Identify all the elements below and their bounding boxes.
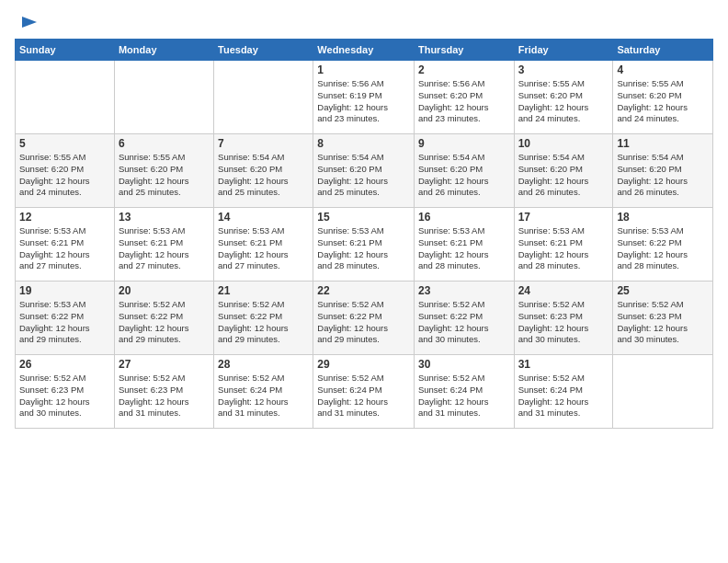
calendar-cell: 28Sunrise: 5:52 AM Sunset: 6:24 PM Dayli… — [214, 355, 313, 429]
calendar-cell: 24Sunrise: 5:52 AM Sunset: 6:23 PM Dayli… — [514, 282, 613, 355]
svg-marker-0 — [22, 17, 37, 28]
calendar-cell: 25Sunrise: 5:52 AM Sunset: 6:23 PM Dayli… — [613, 282, 713, 355]
day-info: Sunrise: 5:52 AM Sunset: 6:22 PM Dayligh… — [119, 299, 210, 346]
calendar-cell — [114, 61, 213, 134]
day-info: Sunrise: 5:54 AM Sunset: 6:20 PM Dayligh… — [418, 152, 510, 199]
day-number: 20 — [119, 284, 210, 297]
day-number: 7 — [218, 137, 309, 150]
calendar-cell: 10Sunrise: 5:54 AM Sunset: 6:20 PM Dayli… — [514, 134, 613, 208]
day-number: 30 — [418, 358, 510, 371]
weekday-header-friday: Friday — [514, 40, 613, 61]
calendar-cell: 5Sunrise: 5:55 AM Sunset: 6:20 PM Daylig… — [16, 134, 115, 208]
day-info: Sunrise: 5:55 AM Sunset: 6:20 PM Dayligh… — [119, 152, 210, 199]
day-info: Sunrise: 5:52 AM Sunset: 6:24 PM Dayligh… — [218, 373, 309, 419]
day-info: Sunrise: 5:52 AM Sunset: 6:24 PM Dayligh… — [518, 373, 609, 419]
calendar-cell: 9Sunrise: 5:54 AM Sunset: 6:20 PM Daylig… — [414, 134, 514, 208]
calendar-cell: 16Sunrise: 5:53 AM Sunset: 6:21 PM Dayli… — [414, 208, 514, 282]
calendar-week-row: 12Sunrise: 5:53 AM Sunset: 6:21 PM Dayli… — [16, 208, 713, 282]
calendar-cell: 22Sunrise: 5:52 AM Sunset: 6:22 PM Dayli… — [313, 282, 415, 355]
calendar-cell: 20Sunrise: 5:52 AM Sunset: 6:22 PM Dayli… — [114, 282, 213, 355]
calendar-cell: 15Sunrise: 5:53 AM Sunset: 6:21 PM Dayli… — [313, 208, 415, 282]
day-number: 11 — [617, 137, 709, 150]
weekday-header-wednesday: Wednesday — [313, 40, 415, 61]
day-info: Sunrise: 5:52 AM Sunset: 6:23 PM Dayligh… — [19, 373, 110, 419]
day-number: 8 — [317, 137, 410, 150]
day-info: Sunrise: 5:53 AM Sunset: 6:22 PM Dayligh… — [19, 299, 110, 346]
day-number: 23 — [418, 284, 510, 297]
calendar-cell: 17Sunrise: 5:53 AM Sunset: 6:21 PM Dayli… — [514, 208, 613, 282]
calendar-week-row: 5Sunrise: 5:55 AM Sunset: 6:20 PM Daylig… — [16, 134, 713, 208]
day-info: Sunrise: 5:56 AM Sunset: 6:19 PM Dayligh… — [317, 78, 410, 125]
weekday-header-row: SundayMondayTuesdayWednesdayThursdayFrid… — [16, 40, 713, 61]
calendar-cell: 23Sunrise: 5:52 AM Sunset: 6:22 PM Dayli… — [414, 282, 514, 355]
day-number: 26 — [19, 358, 110, 371]
weekday-header-tuesday: Tuesday — [214, 40, 313, 61]
calendar-cell: 30Sunrise: 5:52 AM Sunset: 6:24 PM Dayli… — [414, 355, 514, 429]
calendar-week-row: 26Sunrise: 5:52 AM Sunset: 6:23 PM Dayli… — [16, 355, 713, 429]
calendar-cell: 26Sunrise: 5:52 AM Sunset: 6:23 PM Dayli… — [16, 355, 115, 429]
day-info: Sunrise: 5:53 AM Sunset: 6:22 PM Dayligh… — [617, 225, 709, 272]
day-number: 14 — [218, 211, 309, 224]
calendar-cell: 14Sunrise: 5:53 AM Sunset: 6:21 PM Dayli… — [214, 208, 313, 282]
calendar-cell — [613, 355, 713, 429]
day-number: 10 — [518, 137, 609, 150]
calendar-cell: 18Sunrise: 5:53 AM Sunset: 6:22 PM Dayli… — [613, 208, 713, 282]
day-info: Sunrise: 5:53 AM Sunset: 6:21 PM Dayligh… — [119, 225, 210, 272]
day-info: Sunrise: 5:52 AM Sunset: 6:24 PM Dayligh… — [418, 373, 510, 419]
day-number: 13 — [119, 211, 210, 224]
day-number: 5 — [19, 137, 110, 150]
calendar-week-row: 1Sunrise: 5:56 AM Sunset: 6:19 PM Daylig… — [16, 61, 713, 134]
day-number: 12 — [19, 211, 110, 224]
calendar-cell: 2Sunrise: 5:56 AM Sunset: 6:20 PM Daylig… — [414, 61, 514, 134]
day-number: 28 — [218, 358, 309, 371]
day-info: Sunrise: 5:53 AM Sunset: 6:21 PM Dayligh… — [418, 225, 510, 272]
calendar-table: SundayMondayTuesdayWednesdayThursdayFrid… — [15, 39, 713, 429]
calendar-cell: 11Sunrise: 5:54 AM Sunset: 6:20 PM Dayli… — [613, 134, 713, 208]
calendar-cell: 7Sunrise: 5:54 AM Sunset: 6:20 PM Daylig… — [214, 134, 313, 208]
day-info: Sunrise: 5:52 AM Sunset: 6:23 PM Dayligh… — [617, 299, 709, 346]
calendar-cell: 6Sunrise: 5:55 AM Sunset: 6:20 PM Daylig… — [114, 134, 213, 208]
logo — [15, 15, 39, 29]
day-info: Sunrise: 5:54 AM Sunset: 6:20 PM Dayligh… — [518, 152, 609, 199]
weekday-header-sunday: Sunday — [16, 40, 115, 61]
day-info: Sunrise: 5:53 AM Sunset: 6:21 PM Dayligh… — [518, 225, 609, 272]
logo-flag-icon — [20, 15, 39, 33]
day-info: Sunrise: 5:52 AM Sunset: 6:24 PM Dayligh… — [317, 373, 410, 419]
header — [15, 15, 713, 29]
day-number: 25 — [617, 284, 709, 297]
calendar-cell — [16, 61, 115, 134]
calendar-cell: 21Sunrise: 5:52 AM Sunset: 6:22 PM Dayli… — [214, 282, 313, 355]
day-number: 16 — [418, 211, 510, 224]
day-info: Sunrise: 5:55 AM Sunset: 6:20 PM Dayligh… — [19, 152, 110, 199]
day-info: Sunrise: 5:52 AM Sunset: 6:22 PM Dayligh… — [317, 299, 410, 346]
calendar-cell: 19Sunrise: 5:53 AM Sunset: 6:22 PM Dayli… — [16, 282, 115, 355]
day-number: 29 — [317, 358, 410, 371]
day-info: Sunrise: 5:53 AM Sunset: 6:21 PM Dayligh… — [218, 225, 309, 272]
day-info: Sunrise: 5:52 AM Sunset: 6:23 PM Dayligh… — [119, 373, 210, 419]
calendar-cell: 13Sunrise: 5:53 AM Sunset: 6:21 PM Dayli… — [114, 208, 213, 282]
logo-text — [15, 15, 39, 33]
day-info: Sunrise: 5:54 AM Sunset: 6:20 PM Dayligh… — [317, 152, 410, 199]
day-info: Sunrise: 5:54 AM Sunset: 6:20 PM Dayligh… — [218, 152, 309, 199]
calendar-week-row: 19Sunrise: 5:53 AM Sunset: 6:22 PM Dayli… — [16, 282, 713, 355]
day-info: Sunrise: 5:54 AM Sunset: 6:20 PM Dayligh… — [617, 152, 709, 199]
calendar-cell: 8Sunrise: 5:54 AM Sunset: 6:20 PM Daylig… — [313, 134, 415, 208]
day-info: Sunrise: 5:56 AM Sunset: 6:20 PM Dayligh… — [418, 78, 510, 125]
day-number: 17 — [518, 211, 609, 224]
day-info: Sunrise: 5:53 AM Sunset: 6:21 PM Dayligh… — [19, 225, 110, 272]
day-number: 9 — [418, 137, 510, 150]
day-number: 21 — [218, 284, 309, 297]
day-number: 27 — [119, 358, 210, 371]
day-number: 3 — [518, 63, 609, 76]
calendar-cell — [214, 61, 313, 134]
day-number: 18 — [617, 211, 709, 224]
calendar-cell: 1Sunrise: 5:56 AM Sunset: 6:19 PM Daylig… — [313, 61, 415, 134]
day-info: Sunrise: 5:55 AM Sunset: 6:20 PM Dayligh… — [617, 78, 709, 125]
day-number: 15 — [317, 211, 410, 224]
day-info: Sunrise: 5:52 AM Sunset: 6:22 PM Dayligh… — [418, 299, 510, 346]
day-number: 4 — [617, 63, 709, 76]
day-number: 2 — [418, 63, 510, 76]
day-number: 24 — [518, 284, 609, 297]
day-number: 1 — [317, 63, 410, 76]
calendar-cell: 31Sunrise: 5:52 AM Sunset: 6:24 PM Dayli… — [514, 355, 613, 429]
